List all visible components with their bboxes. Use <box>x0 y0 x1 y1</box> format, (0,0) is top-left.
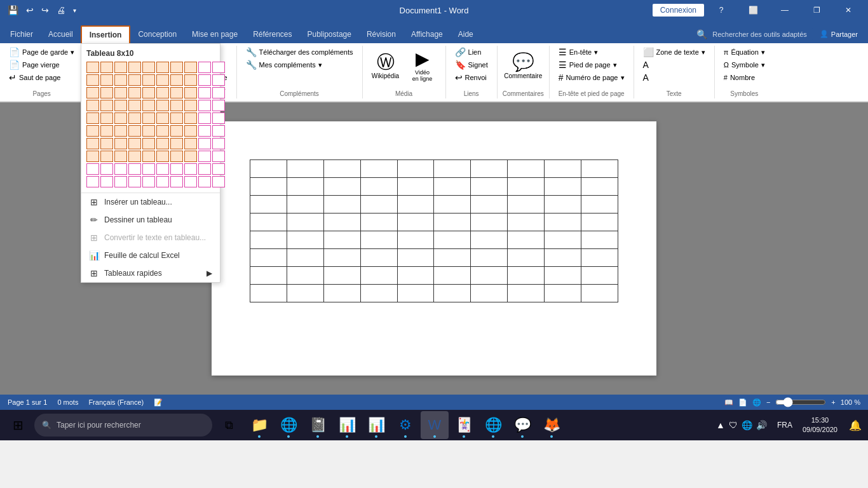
grid-cell[interactable] <box>114 87 127 98</box>
table-cell[interactable] <box>508 178 545 196</box>
page-vierge-button[interactable]: 📄 Page vierge <box>5 58 78 71</box>
tab-publipostage[interactable]: Publipostage <box>300 25 359 43</box>
grid-cell[interactable] <box>198 74 211 86</box>
table-cell[interactable] <box>471 196 508 214</box>
tableaux-rapides-menu-item[interactable]: ⊞ Tableaux rapides ▶ <box>81 264 220 282</box>
minimize-button[interactable]: — <box>770 0 799 20</box>
grid-cell[interactable] <box>100 100 113 111</box>
grid-cell[interactable] <box>142 163 155 175</box>
table-cell[interactable] <box>287 178 323 196</box>
start-button[interactable]: ⊞ <box>3 410 33 440</box>
grid-cell[interactable] <box>170 163 183 175</box>
grid-cell[interactable] <box>156 62 169 73</box>
pied-de-page-button[interactable]: ☰ Pied de page ▾ <box>555 58 628 71</box>
wordart-button[interactable]: A <box>639 58 709 71</box>
grid-cell[interactable] <box>212 163 225 175</box>
table-cell[interactable] <box>545 196 581 214</box>
grid-cell[interactable] <box>128 62 141 73</box>
taskbar-app-powerpoint[interactable]: 📊 <box>362 411 390 439</box>
grid-cell[interactable] <box>100 87 113 98</box>
taskbar-app-word[interactable]: W <box>421 411 449 439</box>
grid-cell[interactable] <box>156 176 169 187</box>
table-cell[interactable] <box>508 160 545 178</box>
tray-expand-icon[interactable]: ▲ <box>716 420 725 430</box>
grid-cell[interactable] <box>114 151 127 162</box>
table-cell[interactable] <box>581 160 618 178</box>
grid-cell[interactable] <box>142 100 155 111</box>
print-preview-icon[interactable]: 🖨 <box>54 4 68 17</box>
table-cell[interactable] <box>434 160 471 178</box>
table-cell[interactable] <box>434 249 471 267</box>
grid-cell[interactable] <box>128 138 141 149</box>
table-cell[interactable] <box>545 267 581 285</box>
table-cell[interactable] <box>250 249 287 267</box>
grid-cell[interactable] <box>156 163 169 175</box>
grid-cell[interactable] <box>100 112 113 124</box>
grid-cell[interactable] <box>198 125 211 137</box>
track-changes-icon[interactable]: 📝 <box>154 398 163 407</box>
task-view-button[interactable]: ⧉ <box>214 410 244 440</box>
video-en-ligne-button[interactable]: ▶ Vidéoen ligne <box>405 46 440 86</box>
grid-cell[interactable] <box>142 87 155 98</box>
grid-cell[interactable] <box>212 112 225 124</box>
grid-cell[interactable] <box>142 176 155 187</box>
grid-cell[interactable] <box>170 125 183 137</box>
grid-cell[interactable] <box>184 138 197 149</box>
symbole-button[interactable]: Ω Symbole ▾ <box>720 58 769 71</box>
grid-cell[interactable] <box>184 125 197 137</box>
ribbon-display-options-icon[interactable]: ⬜ <box>738 0 768 20</box>
taskbar-app-firefox[interactable]: 🦊 <box>538 411 566 439</box>
taskbar-search[interactable]: 🔍 Taper ici pour rechercher <box>34 414 212 437</box>
table-cell[interactable] <box>323 160 360 178</box>
table-cell[interactable] <box>397 160 434 178</box>
tab-mise-en-page[interactable]: Mise en page <box>184 25 245 43</box>
table-cell[interactable] <box>287 267 323 285</box>
grid-cell[interactable] <box>114 176 127 187</box>
grid-cell[interactable] <box>212 74 225 86</box>
tray-antivirus-icon[interactable]: 🛡 <box>729 420 738 430</box>
grid-cell[interactable] <box>212 176 225 187</box>
table-cell[interactable] <box>434 231 471 249</box>
grid-cell[interactable] <box>198 176 211 187</box>
grid-cell[interactable] <box>86 87 99 98</box>
keyboard-language[interactable]: FRA <box>775 421 795 430</box>
taskbar-app-edge[interactable]: 🌐 <box>479 411 507 439</box>
table-cell[interactable] <box>545 231 581 249</box>
close-button[interactable]: ✕ <box>834 0 863 20</box>
lien-button[interactable]: 🔗 Lien <box>451 46 492 58</box>
wikipedia-button[interactable]: Ⓦ Wikipédia <box>368 46 403 86</box>
taskbar-app-excel[interactable]: 📊 <box>333 411 361 439</box>
table-cell[interactable] <box>323 214 360 231</box>
tab-insertion[interactable]: Insertion <box>81 25 131 43</box>
nombre-button[interactable]: # Nombre <box>720 71 769 84</box>
grid-cell[interactable] <box>184 87 197 98</box>
zone-de-texte-button[interactable]: ⬜ Zone de texte ▾ <box>639 46 709 58</box>
grid-cell[interactable] <box>184 100 197 111</box>
grid-cell[interactable] <box>100 176 113 187</box>
tab-revision[interactable]: Révision <box>359 25 403 43</box>
table-cell[interactable] <box>323 196 360 214</box>
grid-cell[interactable] <box>128 163 141 175</box>
grid-cell[interactable] <box>212 125 225 137</box>
table-cell[interactable] <box>360 249 397 267</box>
table-cell[interactable] <box>545 160 581 178</box>
grid-cell[interactable] <box>156 125 169 137</box>
grid-cell[interactable] <box>184 163 197 175</box>
help-icon[interactable]: ? <box>707 0 736 20</box>
grid-cell[interactable] <box>142 125 155 137</box>
table-cell[interactable] <box>471 214 508 231</box>
table-cell[interactable] <box>323 231 360 249</box>
grid-cell[interactable] <box>170 74 183 86</box>
table-cell[interactable] <box>287 214 323 231</box>
numero-de-page-button[interactable]: # Numéro de page ▾ <box>555 71 628 84</box>
table-cell[interactable] <box>434 196 471 214</box>
grid-cell[interactable] <box>86 100 99 111</box>
grid-cell[interactable] <box>114 125 127 137</box>
grid-cell[interactable] <box>184 151 197 162</box>
grid-cell[interactable] <box>156 74 169 86</box>
grid-cell[interactable] <box>128 151 141 162</box>
zoom-out-icon[interactable]: − <box>766 398 770 406</box>
grid-cell[interactable] <box>170 87 183 98</box>
web-layout-icon[interactable]: 🌐 <box>752 398 761 407</box>
grid-cell[interactable] <box>100 163 113 175</box>
